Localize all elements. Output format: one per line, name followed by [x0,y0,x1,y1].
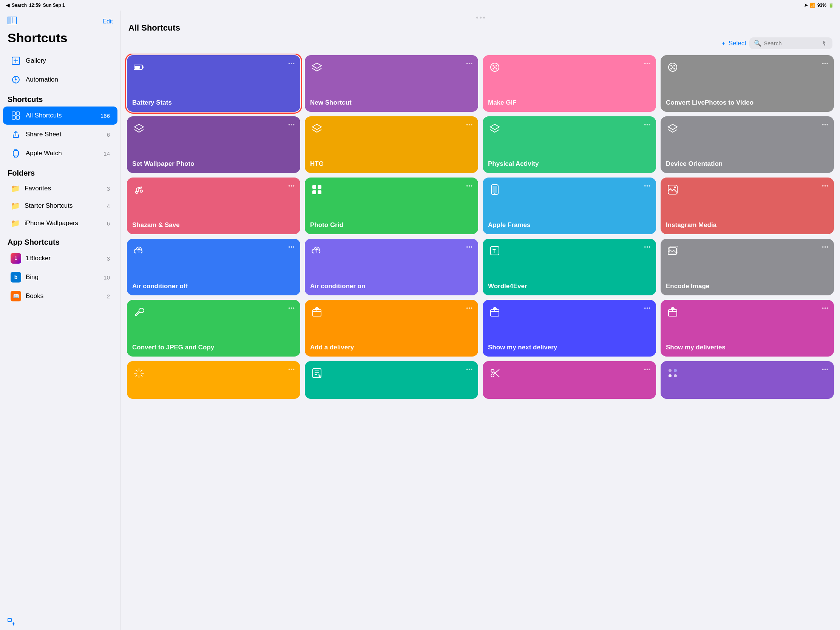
favorites-left: 📁 Favorites [11,184,51,193]
status-left: ◀ Search 12:59 Sun Sep 1 [6,3,65,8]
card-top [132,60,295,74]
sidebar-item-apple-watch[interactable]: Apple Watch 14 [3,144,117,163]
shortcut-card-22[interactable] [305,361,478,399]
card-top-10 [310,183,473,196]
favorites-count: 3 [107,185,110,192]
sidebar-item-all-shortcuts[interactable]: All Shortcuts 166 [3,106,117,125]
card-top-6 [310,122,473,135]
toolbar-right: + Select 🔍 🎙 [722,37,832,49]
card-label-make-gif: Make GIF [488,99,651,106]
sidebar-item-iphone-wallpapers[interactable]: 📁 iPhone Wallpapers 6 [3,215,117,232]
sidebar-item-books[interactable]: 📖 Books 2 [3,287,117,305]
microphone-icon[interactable]: 🎙 [822,40,828,47]
card-label-wordle4ever: Wordle4Ever [488,283,651,290]
sidebar-item-bing[interactable]: b Bing 10 [3,268,117,286]
wallpapers-label: iPhone Wallpapers [25,219,78,227]
card-menu-5[interactable] [288,122,295,128]
sidebar-item-automation[interactable]: Automation [3,71,117,89]
svg-rect-43 [317,185,321,189]
1blocker-count: 3 [107,255,110,262]
card-menu-22[interactable] [466,366,473,373]
search-icon: 🔍 [754,39,761,47]
card-menu-8[interactable] [822,122,829,128]
card-menu-19[interactable] [644,305,651,311]
wallpapers-left: 📁 iPhone Wallpapers [11,219,78,228]
card-menu-13[interactable] [288,244,295,250]
music-icon-9 [132,183,146,196]
edit-button[interactable]: Edit [103,18,113,25]
card-menu-24[interactable] [822,366,829,373]
shortcut-card-apple-frames[interactable]: Apple Frames [483,177,656,234]
card-label-physical-activity: Physical Activity [488,160,651,168]
shortcut-card-21[interactable] [127,361,300,399]
bing-left: b Bing [11,272,38,283]
card-menu-11[interactable] [644,183,651,189]
shortcut-card-next-delivery[interactable]: Show my next delivery [483,300,656,357]
shortcut-card-air-cond-off[interactable]: Air conditioner off [127,239,300,295]
header-dot-1 [476,17,478,19]
shortcut-card-24[interactable] [661,361,834,399]
sidebar-item-gallery[interactable]: Gallery [3,52,117,70]
shortcut-card-convert-livephotos[interactable]: Convert LivePhotos to Video [661,55,834,112]
sidebar-top: Edit [0,14,120,28]
shortcut-card-photo-grid[interactable]: Photo Grid [305,177,478,234]
shortcut-card-my-deliveries[interactable]: Show my deliveries [661,300,834,357]
card-menu-15[interactable] [644,244,651,250]
share-sheet-label: Share Sheet [26,131,62,138]
shortcut-card-battery-stats[interactable]: Battery Stats [127,55,300,112]
card-menu-7[interactable] [644,122,651,128]
card-label-next-delivery: Show my next delivery [488,344,651,351]
add-icon: + [722,39,726,47]
search-bar[interactable]: 🔍 🎙 [749,37,832,49]
card-menu-3[interactable] [644,60,651,66]
card-menu-18[interactable] [466,305,473,311]
card-menu[interactable] [288,60,295,66]
search-input[interactable] [764,40,819,46]
shortcut-card-physical-activity[interactable]: Physical Activity [483,116,656,173]
gallery-icon [11,55,21,66]
card-menu-4[interactable] [822,60,829,66]
card-menu-9[interactable] [288,183,295,189]
shortcut-card-air-cond-on[interactable]: Air conditioner on [305,239,478,295]
sidebar-bottom [0,614,120,630]
shortcut-card-wordle4ever[interactable]: T Wordle4Ever [483,239,656,295]
card-menu-10[interactable] [466,183,473,189]
add-shortcut-button[interactable]: + [722,39,726,47]
svg-point-41 [140,190,142,192]
add-folder-button[interactable] [8,618,113,626]
sidebar-item-share-sheet[interactable]: Share Sheet 6 [3,125,117,144]
card-menu-20[interactable] [822,305,829,311]
shortcut-card-htg[interactable]: HTG [305,116,478,173]
card-menu-17[interactable] [288,305,295,311]
apple-watch-icon [11,148,21,159]
status-bar: ◀ Search 12:59 Sun Sep 1 ➤ 📶 93% 🔋 [0,0,840,11]
shortcut-card-convert-jpeg[interactable]: Convert to JPEG and Copy [127,300,300,357]
shortcut-card-make-gif[interactable]: Make GIF [483,55,656,112]
shortcut-card-instagram-media[interactable]: Instagram Media [661,177,834,234]
card-top-23 [488,366,651,380]
card-label-instagram-media: Instagram Media [666,221,829,229]
shortcut-card-23[interactable] [483,361,656,399]
sidebar-item-starter-shortcuts[interactable]: 📁 Starter Shortcuts 4 [3,197,117,214]
shortcut-card-device-orientation[interactable]: Device Orientation [661,116,834,173]
card-top-7 [488,122,651,135]
shortcut-card-add-delivery[interactable]: Add a delivery [305,300,478,357]
card-menu-23[interactable] [644,366,651,373]
card-menu-2[interactable] [466,60,473,66]
card-menu-21[interactable] [288,366,295,373]
shortcut-card-encode-image[interactable]: Encode Image [661,239,834,295]
card-menu-6[interactable] [466,122,473,128]
card-menu-16[interactable] [822,244,829,250]
sidebar-toggle-icon[interactable] [8,17,17,26]
card-menu-12[interactable] [822,183,829,189]
grid-icon-10 [310,183,324,196]
shortcut-card-shazam[interactable]: Shazam & Save [127,177,300,234]
card-menu-14[interactable] [466,244,473,250]
card-top-13 [132,244,295,257]
sidebar-item-1blocker[interactable]: 1 1Blocker 3 [3,249,117,267]
shortcut-card-set-wallpaper[interactable]: Set Wallpaper Photo [127,116,300,173]
select-button[interactable]: Select [729,39,746,47]
shortcut-card-new-shortcut[interactable]: New Shortcut [305,55,478,112]
sidebar-item-favorites[interactable]: 📁 Favorites 3 [3,180,117,197]
card-label-add-delivery: Add a delivery [310,344,473,351]
